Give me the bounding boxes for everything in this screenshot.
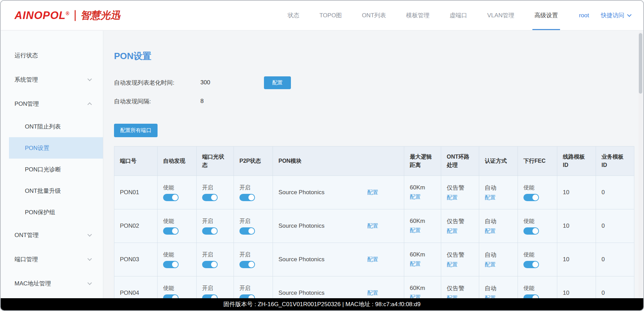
- p2p-state: 开启: [239, 285, 273, 292]
- auth-mode: 自动: [485, 217, 518, 225]
- col-header-max-distance: 最大逻辑距离: [404, 147, 441, 176]
- table-row: PON03 使能 开启 开启 Source Photonics 配置 60Km …: [114, 243, 634, 276]
- pon-module-name: Source Photonics: [278, 189, 324, 196]
- distance-config-link[interactable]: 配置: [410, 227, 441, 234]
- max-logical-distance: 60Km: [410, 184, 441, 191]
- loop-config-link[interactable]: 配置: [447, 261, 479, 268]
- service-template-id: 0: [602, 189, 634, 196]
- loop-config-link[interactable]: 配置: [447, 295, 479, 299]
- optical-state: 开启: [202, 251, 234, 258]
- p2p-toggle[interactable]: [239, 227, 255, 235]
- fec-toggle[interactable]: [523, 294, 539, 299]
- main-content: PON设置 自动发现列表老化时间: 300 配置 自动发现间隔: 8 配置所有端…: [104, 31, 643, 298]
- fec-toggle[interactable]: [523, 227, 539, 235]
- table-row: PON04 使能 开启 开启 Source Photonics 配置 60Km …: [114, 276, 634, 299]
- auto-discover-toggle[interactable]: [163, 261, 179, 268]
- module-config-link[interactable]: 配置: [367, 223, 378, 230]
- page-title: PON设置: [114, 50, 643, 62]
- table-row: PON02 使能 开启 开启 Source Photonics 配置 60Km …: [114, 209, 634, 243]
- col-header-optical-state: 端口光状态: [197, 147, 234, 176]
- distance-config-link[interactable]: 配置: [410, 261, 441, 268]
- auto-discover-toggle[interactable]: [163, 294, 179, 299]
- registered-mark: ®: [66, 10, 69, 16]
- p2p-toggle[interactable]: [239, 194, 255, 201]
- auth-config-link[interactable]: 配置: [485, 228, 518, 235]
- optical-state: 开启: [202, 285, 234, 292]
- sidebar-item-pon-protection-group[interactable]: PON保护组: [1, 201, 103, 223]
- nav-status[interactable]: 状态: [286, 1, 302, 30]
- loop-config-link[interactable]: 配置: [447, 194, 479, 201]
- nav-advanced-settings[interactable]: 高级设置: [532, 1, 560, 30]
- auto-discover-state: 使能: [163, 285, 196, 292]
- table-header-row: 端口号 自动发现 端口光状态 P2P状态 PON模块 最大逻辑距离 ONT环路处…: [114, 147, 634, 176]
- p2p-toggle[interactable]: [239, 261, 255, 268]
- chevron-down-icon: [87, 77, 92, 81]
- distance-config-link[interactable]: 配置: [410, 194, 441, 201]
- firmware-info: 固件版本号 : ZH-16G_C01V01R001P250326 | MAC地址…: [224, 300, 420, 308]
- col-header-service-template-id: 业务模板ID: [596, 147, 634, 176]
- auth-config-link[interactable]: 配置: [485, 194, 518, 201]
- sidebar-item-running-status[interactable]: 运行状态: [1, 43, 103, 67]
- fec-toggle[interactable]: [523, 194, 539, 201]
- sidebar-item-system-management[interactable]: 系统管理: [1, 67, 103, 92]
- nav-template-management[interactable]: 模板管理: [404, 1, 432, 30]
- aging-time-config-button[interactable]: 配置: [264, 76, 291, 89]
- loop-config-link[interactable]: 配置: [447, 228, 479, 235]
- nav-ont-list[interactable]: ONT列表: [360, 1, 388, 30]
- auth-config-link[interactable]: 配置: [485, 295, 518, 299]
- port-name: PON03: [120, 256, 157, 263]
- scrollbar-thumb[interactable]: [639, 33, 642, 94]
- discover-interval-value: 8: [200, 98, 264, 105]
- module-config-link[interactable]: 配置: [367, 290, 378, 297]
- brand-name: AINOPOL®: [15, 9, 70, 22]
- nav-virtual-port[interactable]: 虚端口: [447, 1, 469, 30]
- vertical-scrollbar[interactable]: [638, 31, 643, 298]
- sidebar-item-port-management[interactable]: 端口管理: [1, 247, 103, 271]
- fec-toggle[interactable]: [523, 261, 539, 268]
- sidebar-item-pon-management[interactable]: PON管理: [1, 92, 103, 116]
- sidebar-item-pon-optical-diagnosis[interactable]: PON口光诊断: [1, 159, 103, 180]
- pon-module-name: Source Photonics: [278, 290, 324, 296]
- auth-config-link[interactable]: 配置: [485, 261, 518, 268]
- max-logical-distance: 60Km: [410, 285, 441, 292]
- optical-toggle[interactable]: [202, 261, 218, 268]
- sidebar-item-ont-management[interactable]: ONT管理: [1, 223, 103, 247]
- distance-config-link[interactable]: 配置: [410, 294, 441, 298]
- auth-mode: 自动: [485, 184, 518, 192]
- pon-table-body: PON01 使能 开启 开启 Source Photonics 配置 60Km …: [114, 176, 634, 299]
- sidebar: 运行状态 系统管理 PON管理 ONT阻止列表 PON设置 PON口光诊断 ON…: [1, 31, 103, 310]
- sidebar-item-ont-block-list[interactable]: ONT阻止列表: [1, 116, 103, 137]
- nav-topo[interactable]: TOPO图: [318, 1, 344, 30]
- downstream-fec-state: 使能: [523, 218, 557, 225]
- optical-toggle[interactable]: [202, 227, 218, 235]
- optical-toggle[interactable]: [202, 194, 218, 201]
- auth-mode: 自动: [485, 251, 518, 259]
- module-config-link[interactable]: 配置: [367, 256, 378, 263]
- auto-discover-toggle[interactable]: [163, 227, 179, 235]
- ont-loop-handling: 仅告警: [447, 251, 479, 259]
- config-all-ports-button[interactable]: 配置所有端口: [114, 124, 158, 137]
- port-name: PON02: [120, 223, 157, 229]
- col-header-p2p-state: P2P状态: [234, 147, 273, 176]
- aging-time-label: 自动发现列表老化时间:: [114, 79, 200, 87]
- chevron-down-icon: [87, 281, 92, 285]
- quick-access-menu[interactable]: 快捷访问: [601, 11, 631, 19]
- sidebar-item-pon-settings[interactable]: PON设置: [9, 137, 103, 159]
- module-config-link[interactable]: 配置: [367, 189, 378, 196]
- user-name[interactable]: root: [579, 12, 589, 19]
- col-header-downstream-fec: 下行FEC: [518, 147, 557, 176]
- nav-vlan-management[interactable]: VLAN管理: [485, 1, 516, 30]
- sidebar-item-ont-batch-upgrade[interactable]: ONT批量升级: [1, 180, 103, 201]
- discover-interval-label: 自动发现间隔:: [114, 97, 200, 105]
- chevron-up-icon: [87, 102, 92, 107]
- service-template-id: 0: [602, 223, 634, 229]
- p2p-toggle[interactable]: [239, 294, 255, 299]
- sidebar-item-mac-address-management[interactable]: MAC地址管理: [1, 271, 103, 295]
- max-logical-distance: 60Km: [410, 218, 441, 225]
- aging-time-value: 300: [200, 79, 264, 86]
- line-template-id: 10: [563, 290, 596, 296]
- auto-discover-toggle[interactable]: [163, 194, 179, 201]
- col-header-port: 端口号: [114, 147, 158, 176]
- optical-toggle[interactable]: [202, 294, 218, 299]
- line-template-id: 10: [563, 256, 596, 263]
